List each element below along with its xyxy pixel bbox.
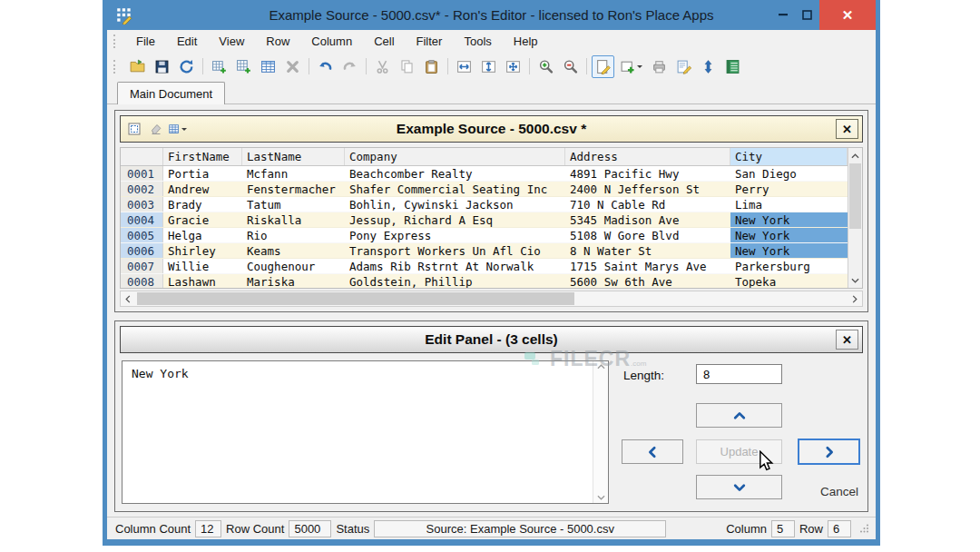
column-header-lastname[interactable]: LastName bbox=[242, 148, 345, 165]
column-header-firstname[interactable]: FirstName bbox=[163, 148, 242, 165]
zoom-in-button[interactable] bbox=[534, 55, 557, 78]
resize-grip[interactable] bbox=[859, 522, 869, 536]
grid-cell[interactable]: Helga bbox=[163, 228, 242, 242]
menu-row[interactable]: Row bbox=[255, 32, 300, 51]
grid-cell[interactable]: New York bbox=[730, 228, 848, 242]
grid-cell[interactable]: 5345 Madison Ave bbox=[565, 212, 730, 227]
grid-cell[interactable]: New York bbox=[730, 212, 848, 227]
menu-cell[interactable]: Cell bbox=[363, 32, 405, 51]
menu-help[interactable]: Help bbox=[503, 32, 549, 51]
menu-filter[interactable]: Filter bbox=[406, 32, 454, 51]
insert-row-button[interactable] bbox=[208, 55, 230, 78]
move-left-button[interactable] bbox=[622, 439, 683, 464]
grid-cell[interactable]: 4891 Pacific Hwy bbox=[565, 166, 730, 181]
scroll-thumb[interactable] bbox=[849, 163, 861, 229]
scroll-down-icon[interactable] bbox=[848, 273, 862, 287]
copy-button[interactable] bbox=[396, 55, 418, 78]
grid-cell[interactable]: Bohlin, Cywinski Jackson bbox=[345, 197, 565, 212]
minimize-button[interactable] bbox=[770, 0, 795, 30]
cancel-button[interactable]: Cancel bbox=[820, 485, 858, 498]
row-number[interactable]: 0006 bbox=[121, 243, 163, 258]
document-close-button[interactable]: ✕ bbox=[836, 119, 858, 139]
export-excel-button[interactable] bbox=[721, 55, 744, 78]
grid-cell[interactable]: Willie bbox=[163, 259, 242, 273]
grid-cell[interactable]: Andrew bbox=[163, 182, 242, 196]
zoom-out-button[interactable] bbox=[559, 55, 582, 78]
edit-panel-close-button[interactable]: ✕ bbox=[836, 330, 858, 350]
table-properties-button[interactable] bbox=[257, 55, 279, 78]
column-header-city[interactable]: City bbox=[730, 148, 848, 165]
edit-cell-button[interactable] bbox=[592, 55, 614, 78]
grid-horizontal-scrollbar[interactable] bbox=[120, 291, 863, 307]
grid-cell[interactable]: Tatum bbox=[242, 197, 345, 212]
delete-button[interactable] bbox=[281, 55, 304, 78]
grid-cell[interactable]: Brady bbox=[163, 197, 242, 212]
grid-cell[interactable]: 5600 Sw 6th Ave bbox=[565, 274, 730, 288]
row-number[interactable]: 0001 bbox=[121, 166, 163, 181]
grid-cell[interactable]: Gracie bbox=[163, 212, 242, 227]
grid-cell[interactable]: Fenstermacher bbox=[242, 182, 345, 196]
new-view-button[interactable] bbox=[616, 55, 646, 78]
redo-button[interactable] bbox=[338, 55, 361, 78]
cut-button[interactable] bbox=[371, 55, 394, 78]
menu-view[interactable]: View bbox=[208, 32, 255, 51]
editor-scrollbar[interactable] bbox=[593, 361, 608, 503]
update-button[interactable]: Update bbox=[696, 439, 782, 464]
menu-edit[interactable]: Edit bbox=[166, 32, 208, 51]
grid-cell[interactable]: Parkersburg bbox=[730, 259, 848, 273]
grid-cell[interactable]: Topeka bbox=[730, 274, 848, 288]
grid-cell[interactable]: Mariska bbox=[242, 274, 345, 288]
grid-cell[interactable]: 8 N Water St bbox=[565, 243, 730, 258]
grid-cell[interactable]: Coughenour bbox=[242, 259, 345, 273]
move-down-button[interactable] bbox=[696, 475, 782, 499]
row-number[interactable]: 0007 bbox=[121, 259, 163, 273]
grid-corner-header[interactable] bbox=[121, 148, 163, 165]
grid-cell[interactable]: Lashawn bbox=[163, 274, 242, 288]
column-header-company[interactable]: Company bbox=[345, 148, 565, 165]
undo-button[interactable] bbox=[314, 55, 337, 78]
insert-column-button[interactable] bbox=[232, 55, 255, 78]
length-input[interactable] bbox=[696, 364, 782, 384]
grid-cell[interactable]: 710 N Cable Rd bbox=[565, 197, 730, 212]
fit-height-button[interactable] bbox=[477, 55, 500, 78]
select-all-icon[interactable] bbox=[124, 120, 143, 139]
grid-cell[interactable]: Transport Workers Un Afl Cio bbox=[345, 243, 565, 258]
row-number[interactable]: 0002 bbox=[121, 182, 163, 196]
fit-width-button[interactable] bbox=[453, 55, 475, 78]
grid-cell[interactable]: Pony Express bbox=[345, 228, 565, 242]
cell-text-editor[interactable]: New York bbox=[122, 360, 609, 504]
move-up-button[interactable] bbox=[696, 403, 782, 428]
grid-cell[interactable]: Jessup, Richard A Esq bbox=[345, 212, 565, 227]
grid-cell[interactable]: Adams Rib Rstrnt At Norwalk bbox=[345, 259, 565, 273]
menu-column[interactable]: Column bbox=[300, 32, 363, 51]
print-button[interactable] bbox=[648, 55, 671, 78]
grid-cell[interactable]: New York bbox=[730, 243, 848, 258]
grid-cell[interactable]: Lima bbox=[730, 197, 848, 212]
paste-button[interactable] bbox=[420, 55, 443, 78]
scroll-left-icon[interactable] bbox=[121, 291, 135, 306]
maximize-button[interactable] bbox=[795, 0, 819, 30]
reload-file-button[interactable] bbox=[175, 55, 198, 78]
open-file-button[interactable] bbox=[126, 55, 149, 78]
fit-all-button[interactable] bbox=[502, 55, 524, 78]
grid-cell[interactable]: 2400 N Jefferson St bbox=[565, 182, 730, 196]
grid-cell[interactable]: Mcfann bbox=[242, 166, 345, 181]
grid-cell[interactable]: Shirley bbox=[163, 243, 242, 258]
scroll-thumb[interactable] bbox=[137, 292, 574, 305]
grid-cell[interactable]: Portia bbox=[163, 166, 242, 181]
scroll-right-icon[interactable] bbox=[848, 291, 862, 306]
menu-file[interactable]: File bbox=[125, 32, 166, 51]
save-file-button[interactable] bbox=[151, 55, 173, 78]
sort-button[interactable] bbox=[697, 55, 720, 78]
row-number[interactable]: 0003 bbox=[121, 197, 163, 212]
table-view-menu-icon[interactable] bbox=[168, 120, 187, 139]
grid-cell[interactable]: Riskalla bbox=[242, 212, 345, 227]
clear-selection-icon[interactable] bbox=[146, 120, 165, 139]
grid-cell[interactable]: Goldstein, Phillip bbox=[345, 274, 565, 288]
grid-cell[interactable]: 1715 Saint Marys Ave bbox=[565, 259, 730, 273]
grid-vertical-scrollbar[interactable] bbox=[848, 148, 862, 288]
grid-cell[interactable]: San Diego bbox=[730, 166, 848, 181]
grid-cell[interactable]: Perry bbox=[730, 182, 848, 196]
menu-grip-handle[interactable] bbox=[113, 34, 117, 48]
edit-form-button[interactable] bbox=[672, 55, 695, 78]
